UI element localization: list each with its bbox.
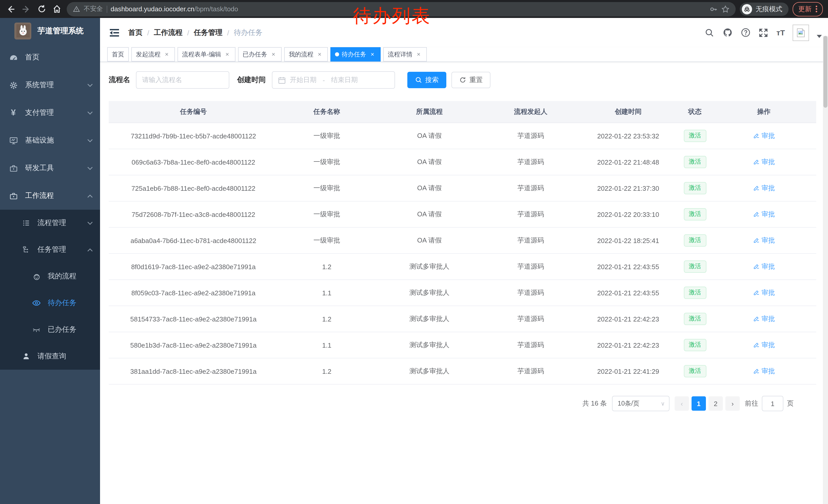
table-row[interactable]: a6aba0a4-7b6d-11ec-b781-acde48001122 一级审… <box>109 227 816 254</box>
table-row[interactable]: 58154733-7ac8-11ec-a9e2-a2380e71991a 1.2… <box>109 306 816 332</box>
approve-link[interactable]: 审批 <box>753 262 775 271</box>
cell-task-id: 58154733-7ac8-11ec-a9e2-a2380e71991a <box>109 306 278 332</box>
table-row[interactable]: 381aa1dd-7ac8-11ec-a9e2-a2380e71991a 1.2… <box>109 358 816 384</box>
avatar[interactable] <box>793 25 809 41</box>
cell-created: 2022-01-22 21:48:48 <box>578 149 678 175</box>
tab-start-process[interactable]: 发起流程× <box>131 47 175 61</box>
page-size-select[interactable]: 10条/页 ∨ <box>612 396 669 411</box>
table-row[interactable]: 580e1b3d-7ac8-11ec-a9e2-a2380e71991a 1.1… <box>109 332 816 358</box>
prev-page-button[interactable]: ‹ <box>675 396 689 411</box>
font-size-icon[interactable]: тT <box>777 28 785 37</box>
chevron-up-icon <box>87 248 93 251</box>
cell-task-id: 725a1eb6-7b88-11ec-8ef0-acde48001122 <box>109 175 278 201</box>
approve-link[interactable]: 审批 <box>753 184 775 193</box>
person-icon <box>22 352 31 361</box>
start-date-placeholder: 开始日期 <box>290 75 317 85</box>
next-page-button[interactable]: › <box>726 396 740 411</box>
tab-my-process[interactable]: 我的流程× <box>284 47 328 61</box>
page-2-button[interactable]: 2 <box>708 396 723 411</box>
approve-link[interactable]: 审批 <box>753 367 775 376</box>
sidebar-item-task-mgmt[interactable]: 任务管理 <box>0 236 100 263</box>
browser-scrollbar[interactable] <box>823 36 828 504</box>
chevron-down-icon <box>87 139 93 142</box>
sidebar-collapse-icon[interactable] <box>109 27 120 38</box>
tab-home[interactable]: 首页 <box>107 47 129 61</box>
close-icon[interactable]: × <box>316 51 323 58</box>
tab-process-detail[interactable]: 流程详情× <box>383 47 427 61</box>
goto-page-input[interactable]: 1 <box>762 396 783 411</box>
approve-link[interactable]: 审批 <box>753 288 775 297</box>
address-bar[interactable]: 不安全 dashboard.yudao.iocoder.cn/bpm/task/… <box>67 2 736 16</box>
home-icon[interactable] <box>51 3 63 15</box>
table-row[interactable]: 75d72608-7b7f-11ec-a3c8-acde48001122 一级审… <box>109 201 816 227</box>
sidebar-item-my-process[interactable]: 我的流程 <box>0 263 100 290</box>
help-icon[interactable] <box>741 28 751 38</box>
search-icon[interactable] <box>705 28 715 38</box>
sidebar-item-pay[interactable]: ¥ 支付管理 <box>0 99 100 127</box>
page-1-button[interactable]: 1 <box>692 396 706 411</box>
avatar-caret-icon[interactable] <box>817 35 822 38</box>
tab-done-task[interactable]: 已办任务× <box>238 47 282 61</box>
back-icon[interactable] <box>5 3 16 15</box>
close-icon[interactable]: × <box>415 51 422 58</box>
close-icon[interactable]: × <box>369 51 376 58</box>
breadcrumb-workflow[interactable]: 工作流程 <box>154 28 182 37</box>
approve-link[interactable]: 审批 <box>753 236 775 245</box>
approve-link[interactable]: 审批 <box>753 340 775 350</box>
sidebar-item-process-mgmt[interactable]: 流程管理 <box>0 210 100 236</box>
sidebar-item-workflow[interactable]: 工作流程 <box>0 182 100 210</box>
table-header: 任务编号 任务名称 所属流程 流程发起人 创建时间 状态 操作 <box>109 101 816 123</box>
table-row[interactable]: 73211d9d-7b9b-11ec-b5b7-acde48001122 一级审… <box>109 123 816 149</box>
bookmark-star-icon[interactable] <box>721 5 730 13</box>
task-table: 任务编号 任务名称 所属流程 流程发起人 创建时间 状态 操作 73211d9d… <box>109 101 816 384</box>
approve-link[interactable]: 审批 <box>753 131 775 140</box>
status-badge: 激活 <box>684 156 706 168</box>
breadcrumb: 首页 / 工作流程 / 任务管理 / 待办任务 <box>128 28 262 37</box>
process-name-input[interactable]: 请输入流程名 <box>136 71 229 89</box>
breadcrumb-task-mgmt[interactable]: 任务管理 <box>194 28 223 37</box>
fullscreen-icon[interactable] <box>758 28 769 38</box>
update-button[interactable]: 更新 <box>793 2 823 16</box>
reset-button[interactable]: 重置 <box>451 72 490 88</box>
search-button[interactable]: 搜索 <box>407 72 446 88</box>
close-icon[interactable]: × <box>163 51 170 58</box>
url-text[interactable]: dashboard.yudao.iocoder.cn/bpm/task/todo <box>111 5 238 13</box>
scrollbar-thumb[interactable] <box>823 36 827 108</box>
sidebar-item-done-task[interactable]: 已办任务 <box>0 316 100 343</box>
cell-initiator: 芋道源码 <box>483 358 578 384</box>
table-row[interactable]: 8f0d1619-7ac8-11ec-a9e2-a2380e71991a 1.2… <box>109 254 816 280</box>
browser-menu-icon[interactable] <box>816 6 817 12</box>
forward-icon[interactable] <box>20 3 32 15</box>
table-row[interactable]: 8f059c03-7ac8-11ec-a9e2-a2380e71991a 1.1… <box>109 280 816 306</box>
sidebar-item-leave-query[interactable]: 请假查询 <box>0 343 100 370</box>
sidebar-logo[interactable]: 芋道管理系统 <box>0 18 100 44</box>
monitor-icon <box>9 136 18 145</box>
security-label[interactable]: 不安全 <box>84 5 103 13</box>
github-icon[interactable] <box>722 28 733 38</box>
sidebar-item-home[interactable]: 首页 <box>0 44 100 71</box>
close-icon[interactable]: × <box>270 51 277 58</box>
status-badge: 激活 <box>684 182 706 194</box>
approve-link[interactable]: 审批 <box>753 314 775 324</box>
table-row[interactable]: 069c6a63-7b8a-11ec-8ef0-acde48001122 一级审… <box>109 149 816 175</box>
cell-status: 激活 <box>678 254 711 280</box>
tab-form-edit[interactable]: 流程表单-编辑× <box>177 47 236 61</box>
sidebar-item-system[interactable]: 系统管理 <box>0 71 100 99</box>
table-row[interactable]: 725a1eb6-7b88-11ec-8ef0-acde48001122 一级审… <box>109 175 816 201</box>
close-icon[interactable]: × <box>224 51 231 58</box>
cell-created: 2022-01-21 22:43:55 <box>578 280 678 306</box>
approve-link[interactable]: 审批 <box>753 210 775 219</box>
sidebar-item-dev[interactable]: 研发工具 <box>0 154 100 182</box>
sidebar-item-infra[interactable]: 基础设施 <box>0 127 100 154</box>
reload-icon[interactable] <box>36 3 47 15</box>
app-title: 芋道管理系统 <box>37 26 84 36</box>
cell-process: 测试多审批人 <box>376 280 483 306</box>
breadcrumb-home[interactable]: 首页 <box>128 28 142 37</box>
tab-todo-task[interactable]: 待办任务× <box>330 47 381 61</box>
password-key-icon[interactable] <box>709 5 718 13</box>
workflow-submenu: 流程管理 任务管理 我的流程 <box>0 210 100 370</box>
approve-link[interactable]: 审批 <box>753 157 775 167</box>
date-range-input[interactable]: 开始日期 - 结束日期 <box>272 71 395 89</box>
cell-action: 审批 <box>711 254 816 280</box>
sidebar-item-todo-task[interactable]: 待办任务 <box>0 290 100 316</box>
